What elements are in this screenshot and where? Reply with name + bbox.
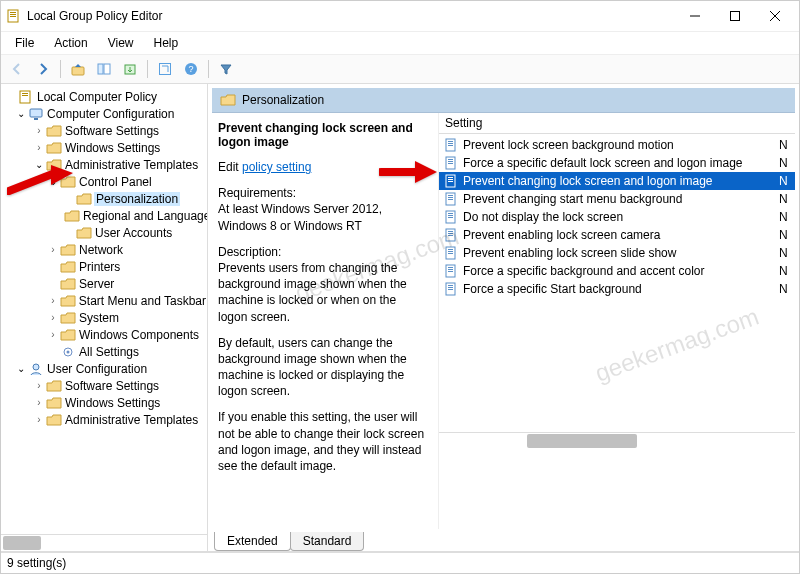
tree-item[interactable]: System	[78, 311, 120, 325]
settings-icon	[60, 345, 76, 359]
chevron-down-icon[interactable]: ⌄	[47, 176, 59, 188]
tree-user-configuration[interactable]: User Configuration	[46, 362, 148, 376]
policy-row[interactable]: Prevent enabling lock screen slide showN	[439, 244, 795, 262]
menu-view[interactable]: View	[100, 34, 142, 52]
tree-item[interactable]: Start Menu and Taskbar	[78, 294, 207, 308]
tree-item[interactable]: Windows Components	[78, 328, 200, 342]
description-p2: By default, users can change the backgro…	[218, 335, 428, 400]
tree-item[interactable]: Administrative Templates	[64, 413, 199, 427]
menu-help[interactable]: Help	[146, 34, 187, 52]
policy-list[interactable]: Prevent lock screen background motionNFo…	[439, 134, 795, 298]
tree-item[interactable]: Network	[78, 243, 124, 257]
tree-computer-configuration[interactable]: Computer Configuration	[46, 107, 175, 121]
edit-policy-link[interactable]: policy setting	[242, 160, 311, 174]
tree-item[interactable]: Software Settings	[64, 124, 160, 138]
folder-icon	[60, 243, 76, 257]
policy-row[interactable]: Do not display the lock screenN	[439, 208, 795, 226]
tab-extended[interactable]: Extended	[214, 532, 291, 551]
policy-row-state: N	[779, 246, 791, 260]
chevron-right-icon[interactable]: ›	[33, 125, 45, 137]
svg-rect-50	[448, 269, 453, 270]
tree-item[interactable]: Windows Settings	[64, 396, 161, 410]
chevron-right-icon[interactable]: ›	[33, 380, 45, 392]
svg-rect-16	[34, 118, 38, 120]
chevron-down-icon[interactable]: ⌄	[33, 159, 45, 171]
tree-item[interactable]: Regional and Language	[82, 209, 208, 223]
folder-icon	[60, 294, 76, 308]
policy-row[interactable]: Force a specific default lock screen and…	[439, 154, 795, 172]
close-button[interactable]	[755, 2, 795, 30]
policy-row-state: N	[779, 174, 791, 188]
tree-item[interactable]: User Accounts	[94, 226, 173, 240]
tree-control-panel[interactable]: Control Panel	[78, 175, 153, 189]
svg-rect-12	[20, 91, 30, 103]
tree-horizontal-scrollbar[interactable]	[1, 534, 207, 551]
tree-item[interactable]: Printers	[78, 260, 121, 274]
requirements-text: At least Windows Server 2012, Windows 8 …	[218, 202, 382, 232]
policy-row[interactable]: Prevent changing lock screen and logon i…	[439, 172, 795, 190]
folder-icon	[76, 226, 92, 240]
svg-rect-27	[448, 163, 453, 164]
column-setting[interactable]: Setting	[445, 116, 789, 130]
chevron-down-icon[interactable]: ⌄	[15, 108, 27, 120]
list-header[interactable]: Setting	[439, 113, 795, 134]
svg-rect-38	[448, 215, 453, 216]
svg-text:?: ?	[188, 64, 193, 74]
tree-item[interactable]: Software Settings	[64, 379, 160, 393]
policy-row-state: N	[779, 138, 791, 152]
menu-action[interactable]: Action	[46, 34, 95, 52]
chevron-down-icon[interactable]: ⌄	[15, 363, 27, 375]
chevron-right-icon[interactable]: ›	[33, 397, 45, 409]
chevron-right-icon[interactable]: ›	[33, 142, 45, 154]
tab-standard[interactable]: Standard	[290, 532, 365, 551]
forward-button-icon[interactable]	[31, 57, 55, 81]
description-p3: If you enable this setting, the user wil…	[218, 409, 428, 474]
svg-rect-14	[22, 95, 28, 96]
policy-row[interactable]: Prevent changing start menu backgroundN	[439, 190, 795, 208]
tree-item[interactable]: Server	[78, 277, 115, 291]
filter-icon[interactable]	[214, 57, 238, 81]
chevron-right-icon[interactable]: ›	[47, 244, 59, 256]
status-text: 9 setting(s)	[7, 556, 66, 570]
policy-row[interactable]: Force a specific Start backgroundN	[439, 280, 795, 298]
svg-rect-35	[448, 199, 453, 200]
help-icon[interactable]: ?	[179, 57, 203, 81]
chevron-right-icon[interactable]: ›	[47, 295, 59, 307]
chevron-right-icon[interactable]: ›	[47, 312, 59, 324]
policy-icon	[443, 228, 459, 242]
svg-rect-39	[448, 217, 453, 218]
svg-rect-45	[448, 249, 453, 250]
policy-row[interactable]: Prevent lock screen background motionN	[439, 136, 795, 154]
tree-pane[interactable]: Local Computer Policy ⌄Computer Configur…	[1, 84, 208, 551]
refresh-icon[interactable]	[153, 57, 177, 81]
export-list-icon[interactable]	[118, 57, 142, 81]
policy-icon	[443, 192, 459, 206]
tree-item[interactable]: All Settings	[78, 345, 140, 359]
toolbar: ?	[1, 55, 799, 84]
tree-admin-templates[interactable]: Administrative Templates	[64, 158, 199, 172]
policy-row-text: Prevent enabling lock screen camera	[463, 228, 779, 242]
tree-item[interactable]: Windows Settings	[64, 141, 161, 155]
policy-row-text: Prevent enabling lock screen slide show	[463, 246, 779, 260]
svg-rect-21	[448, 141, 453, 142]
up-level-icon[interactable]	[66, 57, 90, 81]
svg-rect-3	[10, 16, 16, 17]
svg-rect-23	[448, 145, 453, 146]
policy-row[interactable]: Force a specific background and accent c…	[439, 262, 795, 280]
policy-row-state: N	[779, 282, 791, 296]
folder-icon	[60, 311, 76, 325]
svg-rect-1	[10, 12, 16, 13]
policy-row[interactable]: Prevent enabling lock screen cameraN	[439, 226, 795, 244]
svg-rect-4	[731, 12, 740, 21]
chevron-right-icon[interactable]: ›	[47, 329, 59, 341]
chevron-right-icon[interactable]: ›	[33, 414, 45, 426]
tree-personalization[interactable]: Personalization	[94, 192, 180, 206]
folder-icon	[60, 277, 76, 291]
maximize-button[interactable]	[715, 2, 755, 30]
list-horizontal-scrollbar[interactable]	[439, 432, 795, 449]
tree-root[interactable]: Local Computer Policy	[36, 90, 158, 104]
show-hide-tree-icon[interactable]	[92, 57, 116, 81]
minimize-button[interactable]	[675, 2, 715, 30]
svg-rect-33	[448, 195, 453, 196]
menu-file[interactable]: File	[7, 34, 42, 52]
